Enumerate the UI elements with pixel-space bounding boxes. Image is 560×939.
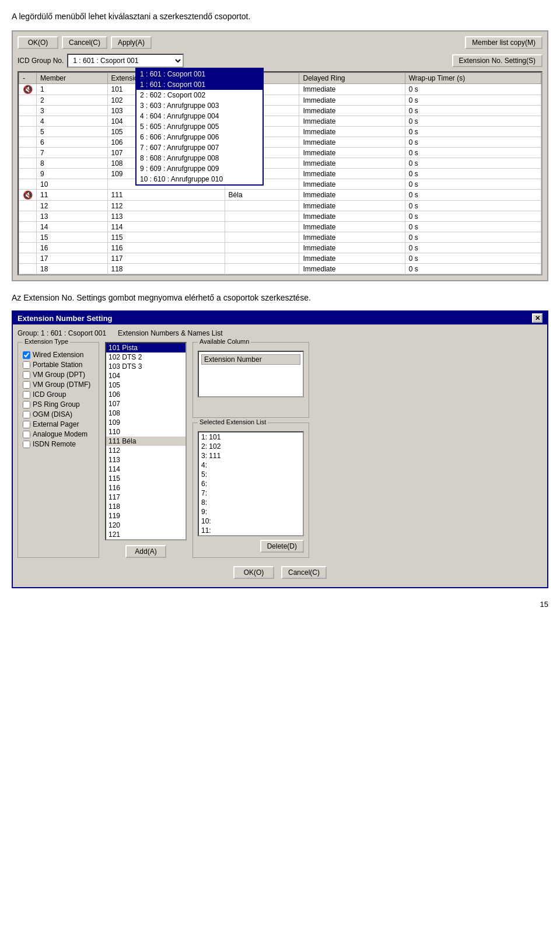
icd-toolbar-row2: ICD Group No. 1 : 601 : Csoport 001 2 : … [18, 54, 542, 68]
cancel-button[interactable]: Cancel(C) [62, 36, 107, 49]
dd-item-5[interactable]: 5 : 605 : Anrufgruppe 005 [136, 121, 262, 132]
table-row: 9109Immediate0 s [19, 169, 541, 179]
list-item[interactable]: 104 [106, 371, 186, 381]
dd-item-3[interactable]: 3 : 603 : Anrufgruppe 003 [136, 100, 262, 111]
cell-ring: Immediate [299, 158, 405, 169]
dd-item-9[interactable]: 9 : 609 : Anrufgruppe 009 [136, 163, 262, 174]
dd-item-4[interactable]: 4 : 604 : Anrufgruppe 004 [136, 111, 262, 121]
icd-toolbar-row1: OK(O) Cancel(C) Apply(A) Member list cop… [18, 36, 542, 49]
list-item[interactable]: 109 [106, 418, 186, 427]
dd-item-8[interactable]: 8 : 608 : Anrufgruppe 008 [136, 153, 262, 163]
checkbox-input[interactable] [23, 361, 30, 369]
cell-member: 4 [37, 116, 108, 127]
cell-name: Béla [225, 190, 299, 201]
cell-ext: 116 [107, 243, 225, 253]
list-item[interactable]: 108 [106, 409, 186, 418]
list-item[interactable]: 119 [106, 511, 186, 521]
list-item[interactable]: 113 [106, 455, 186, 465]
dd-item-1[interactable]: 1 : 601 : Csoport 001 [136, 69, 262, 79]
checkbox-row[interactable]: OGM (DISA) [23, 410, 94, 418]
list-item[interactable]: 114 [106, 465, 186, 474]
dd-item-6[interactable]: 6 : 606 : Anrufgruppe 006 [136, 132, 262, 142]
delete-button[interactable]: Delete(D) [260, 540, 304, 553]
checkbox-row[interactable]: VM Group (DTMF) [23, 381, 94, 389]
ok-button[interactable]: OK(O) [18, 36, 58, 49]
sel-item: 5: [199, 470, 303, 479]
list-item[interactable]: 110 [106, 427, 186, 437]
checkbox-row[interactable]: ICD Group [23, 390, 94, 399]
ext-ok-button[interactable]: OK(O) [233, 566, 274, 579]
list-item[interactable]: 122 [106, 539, 186, 540]
cell-member: 1 [37, 84, 108, 95]
cell-member: 13 [37, 211, 108, 222]
checkbox-input[interactable] [23, 371, 30, 379]
cell-timer: 0 s [405, 106, 541, 116]
ext-dialog: Extension Number Setting ✕ Group: 1 : 60… [12, 310, 548, 588]
icd-group-select[interactable]: 1 : 601 : Csoport 001 2 : 602 : Csoport … [67, 54, 184, 68]
list-item[interactable]: 112 [106, 446, 186, 455]
add-button[interactable]: Add(A) [125, 545, 166, 558]
table-row: 14114Immediate0 s [19, 222, 541, 232]
cell-name [225, 243, 299, 253]
table-row: 4104Immediate0 s [19, 116, 541, 127]
checkbox-row[interactable]: VM Group (DPT) [23, 371, 94, 379]
ext-dialog-body: Group: 1 : 601 : Csoport 001 Extension N… [13, 324, 547, 587]
checkbox-input[interactable] [23, 381, 30, 389]
checkbox-input[interactable] [23, 401, 30, 409]
dd-item-7[interactable]: 7 : 607 : Anrufgruppe 007 [136, 142, 262, 153]
icd-dropdown-overlay[interactable]: 1 : 601 : Csoport 001 1 : 601 : Csoport … [135, 68, 264, 186]
list-item[interactable]: 105 [106, 381, 186, 390]
table-row: 🔇1101Immediate0 s [19, 84, 541, 95]
list-item[interactable]: 102 DTS 2 [106, 352, 186, 362]
list-item[interactable]: 103 DTS 3 [106, 362, 186, 371]
checkbox-row[interactable]: PS Ring Group [23, 400, 94, 409]
checkbox-input[interactable] [23, 411, 30, 418]
icon-cell: 🔇 [19, 190, 37, 201]
close-button[interactable]: ✕ [532, 313, 542, 323]
list-item[interactable]: 106 [106, 390, 186, 399]
table-row: 5105Immediate0 s [19, 127, 541, 137]
list-item[interactable]: 116 [106, 483, 186, 493]
icon-cell [19, 201, 37, 211]
dd-item-10[interactable]: 10 : 610 : Anrufgruppe 010 [136, 174, 262, 184]
checkbox-input[interactable] [23, 391, 30, 399]
list-item[interactable]: 101 Pista [106, 343, 186, 352]
ext-type-title: Extension Type [23, 338, 70, 345]
checkbox-input[interactable] [23, 351, 30, 359]
checkbox-row[interactable]: Wired Extension [23, 351, 94, 359]
checkbox-row[interactable]: External Pager [23, 420, 94, 428]
dd-item-2[interactable]: 2 : 602 : Csoport 002 [136, 90, 262, 100]
list-item[interactable]: 107 [106, 399, 186, 409]
sel-item: 9: [199, 507, 303, 516]
ext-cancel-button[interactable]: Cancel(C) [281, 566, 327, 579]
cell-ext: 118 [107, 264, 225, 274]
checkbox-row[interactable]: Portable Station [23, 361, 94, 369]
sel-item: 2: 102 [199, 442, 303, 451]
avail-item-ext-number[interactable]: Extension Number [201, 354, 300, 365]
sel-item: 8: [199, 498, 303, 507]
list-item[interactable]: 121 [106, 530, 186, 539]
checkbox-row[interactable]: Analogue Modem [23, 430, 94, 438]
ext-list-box[interactable]: 101 Pista102 DTS 2103 DTS 31041051061071… [105, 342, 187, 540]
cell-ring: Immediate [299, 169, 405, 179]
sel-item: 12: 112 [199, 535, 303, 536]
list-item[interactable]: 118 [106, 502, 186, 511]
member-list-copy-button[interactable]: Member list copy(M) [465, 36, 542, 49]
apply-button[interactable]: Apply(A) [111, 36, 152, 49]
checkbox-input[interactable] [23, 431, 30, 438]
list-item[interactable]: 117 [106, 493, 186, 502]
list-item[interactable]: 111 Béla [106, 437, 186, 446]
dd-item-1b[interactable]: 1 : 601 : Csoport 001 [136, 79, 262, 90]
group-info: Group: 1 : 601 : Csoport 001 [18, 329, 106, 337]
checkbox-row[interactable]: ISDN Remote [23, 440, 94, 448]
checkbox-input[interactable] [23, 441, 30, 448]
cell-timer: 0 s [405, 169, 541, 179]
list-item[interactable]: 120 [106, 521, 186, 530]
icon-cell [19, 253, 37, 264]
extension-no-setting-button[interactable]: Extension No. Setting(S) [452, 54, 542, 67]
list-item[interactable]: 115 [106, 474, 186, 483]
cell-timer: 0 s [405, 95, 541, 106]
table-row: 16116Immediate0 s [19, 243, 541, 253]
checkbox-input[interactable] [23, 421, 30, 428]
sel-ext-list[interactable]: 1: 1012: 1023: 1114:5:6:7:8:9:10:11:12: … [198, 431, 304, 536]
